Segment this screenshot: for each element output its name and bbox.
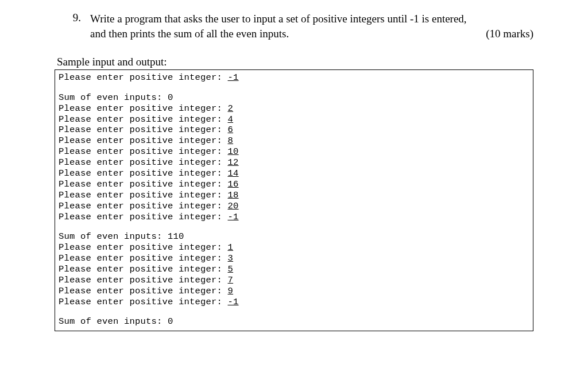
sample-input-line: Please enter positive integer: 8	[59, 135, 529, 146]
prompt-text: Please enter positive integer:	[59, 242, 228, 253]
user-input-value: 14	[228, 168, 239, 179]
prompt-text: Please enter positive integer:	[59, 125, 228, 135]
user-input-value: 18	[228, 190, 239, 200]
user-input-value: -1	[228, 297, 239, 307]
user-input-value: 2	[228, 103, 234, 114]
sample-input-line: Please enter positive integer: 2	[59, 103, 529, 114]
blank-line	[59, 83, 529, 92]
prompt-text: Please enter positive integer:	[59, 168, 228, 179]
prompt-text: Please enter positive integer:	[59, 179, 228, 189]
user-input-value: 8	[228, 135, 234, 146]
sample-input-line: Please enter positive integer: 7	[59, 275, 529, 286]
question-block: 9. Write a program that asks the user to…	[55, 11, 533, 41]
user-input-value: 3	[228, 253, 234, 263]
sample-input-line: Please enter positive integer: 4	[59, 114, 529, 125]
user-input-value: -1	[228, 212, 239, 222]
document-page: 9. Write a program that asks the user to…	[0, 0, 588, 331]
prompt-text: Please enter positive integer:	[59, 103, 228, 114]
sample-input-line: Please enter positive integer: 12	[59, 157, 529, 168]
sample-input-line: Please enter positive integer: 5	[59, 264, 529, 275]
prompt-text: Please enter positive integer:	[59, 135, 228, 146]
sample-input-line: Please enter positive integer: 9	[59, 286, 529, 297]
sum-value: 0	[168, 92, 173, 103]
sum-label: Sum of even inputs:	[59, 231, 168, 242]
blank-line	[59, 223, 529, 232]
prompt-text: Please enter positive integer:	[59, 286, 228, 296]
user-input-value: 12	[228, 157, 239, 168]
sum-value: 110	[168, 231, 184, 242]
sample-input-line: Please enter positive integer: 18	[59, 190, 529, 201]
sum-value: 0	[168, 316, 173, 327]
sample-input-line: Please enter positive integer: 16	[59, 179, 529, 190]
prompt-text: Please enter positive integer:	[59, 212, 228, 222]
sum-label: Sum of even inputs:	[59, 316, 168, 327]
prompt-text: Please enter positive integer:	[59, 190, 228, 200]
prompt-text: Please enter positive integer:	[59, 157, 228, 168]
sample-input-line: Please enter positive integer: 10	[59, 146, 529, 157]
user-input-value: 1	[228, 242, 234, 253]
prompt-text: Please enter positive integer:	[59, 72, 228, 83]
question-marks: (10 marks)	[486, 26, 533, 41]
blank-line	[59, 307, 529, 316]
sample-input-line: Please enter positive integer: 20	[59, 201, 529, 212]
question-text-line1: Write a program that asks the user to in…	[90, 11, 533, 26]
prompt-text: Please enter positive integer:	[59, 146, 228, 157]
sample-io-box: Please enter positive integer: -1Sum of …	[55, 69, 533, 331]
sample-input-line: Please enter positive integer: 3	[59, 253, 529, 264]
sample-input-line: Please enter positive integer: 1	[59, 242, 529, 253]
question-text-line2: and then prints the sum of all the even …	[90, 26, 289, 41]
sample-input-line: Please enter positive integer: -1	[59, 297, 529, 308]
prompt-text: Please enter positive integer:	[59, 264, 228, 274]
question-number: 9.	[55, 11, 90, 24]
sample-input-line: Please enter positive integer: 14	[59, 168, 529, 179]
sample-sum-line: Sum of even inputs: 110	[59, 231, 529, 242]
question-text: Write a program that asks the user to in…	[90, 11, 533, 41]
prompt-text: Please enter positive integer:	[59, 201, 228, 211]
sample-input-line: Please enter positive integer: -1	[59, 212, 529, 223]
prompt-text: Please enter positive integer:	[59, 253, 228, 263]
prompt-text: Please enter positive integer:	[59, 114, 228, 125]
user-input-value: 6	[228, 125, 234, 135]
user-input-value: 20	[228, 201, 239, 211]
user-input-value: 5	[228, 264, 234, 274]
sample-input-line: Please enter positive integer: -1	[59, 72, 529, 83]
user-input-value: 7	[228, 275, 234, 285]
user-input-value: 4	[228, 114, 234, 125]
prompt-text: Please enter positive integer:	[59, 297, 228, 307]
sample-sum-line: Sum of even inputs: 0	[59, 316, 529, 327]
user-input-value: -1	[228, 72, 239, 83]
sum-label: Sum of even inputs:	[59, 92, 168, 103]
user-input-value: 9	[228, 286, 234, 296]
sample-sum-line: Sum of even inputs: 0	[59, 92, 529, 103]
user-input-value: 16	[228, 179, 239, 189]
user-input-value: 10	[228, 146, 239, 157]
sample-input-line: Please enter positive integer: 6	[59, 125, 529, 135]
sample-io-label: Sample input and output:	[55, 56, 533, 68]
prompt-text: Please enter positive integer:	[59, 275, 228, 285]
